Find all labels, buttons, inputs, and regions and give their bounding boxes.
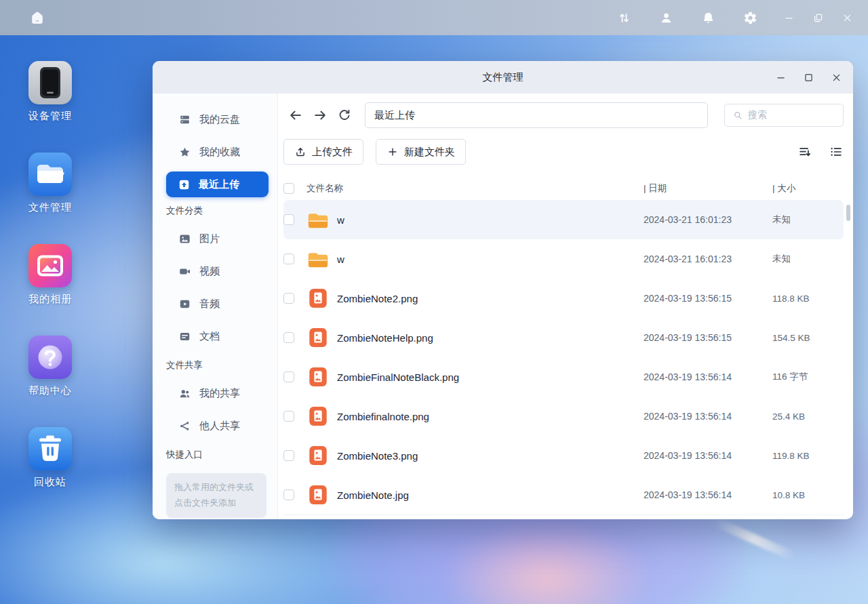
select-all-checkbox[interactable] bbox=[283, 183, 294, 194]
desktop-icon-file-manager[interactable]: 文件管理 bbox=[16, 153, 84, 244]
launcher-home-icon[interactable] bbox=[30, 9, 45, 26]
file-name: w bbox=[337, 254, 344, 265]
file-size: 116 字节 bbox=[772, 371, 844, 383]
scrollbar-thumb[interactable] bbox=[846, 205, 850, 221]
file-date: 2024-03-21 16:01:23 bbox=[644, 214, 772, 225]
window-close-button[interactable] bbox=[831, 72, 842, 83]
upload-file-button[interactable]: 上传文件 bbox=[283, 139, 363, 165]
row-checkbox[interactable] bbox=[283, 411, 294, 422]
sidebar-item-pictures[interactable]: 图片 bbox=[153, 222, 277, 255]
gear-icon[interactable] bbox=[743, 11, 757, 25]
desktop-minimize-icon[interactable] bbox=[783, 12, 795, 24]
desktop-icon-help-center[interactable]: 帮助中心 bbox=[16, 336, 84, 427]
new-folder-button[interactable]: 新建文件夹 bbox=[376, 139, 466, 165]
sidebar-item-audio[interactable]: 音频 bbox=[153, 287, 277, 320]
sidebar-item-videos[interactable]: 视频 bbox=[153, 255, 277, 287]
file-name: ZombieNote2.png bbox=[337, 293, 418, 304]
desktop-icon-device-manager[interactable]: 设备管理 bbox=[16, 61, 84, 153]
quick-entry-hint: 拖入常用的文件夹或 bbox=[174, 480, 258, 496]
file-size: 118.8 KB bbox=[772, 294, 844, 304]
window-titlebar[interactable]: 文件管理 bbox=[153, 61, 853, 94]
column-header-date[interactable]: | 日期 bbox=[644, 182, 772, 195]
sidebar-item-recent-uploads[interactable]: 最近上传 bbox=[166, 172, 269, 197]
transfer-icon[interactable] bbox=[617, 11, 631, 25]
file-row[interactable]: w2024-03-21 16:01:23未知 bbox=[283, 200, 844, 239]
sidebar-item-my-shares[interactable]: 我的共享 bbox=[153, 377, 277, 409]
window-title: 文件管理 bbox=[483, 71, 524, 84]
back-button[interactable] bbox=[288, 108, 303, 123]
refresh-button[interactable] bbox=[337, 108, 352, 123]
file-manager-icon bbox=[28, 153, 72, 196]
desktop-icon-label: 文件管理 bbox=[28, 201, 72, 214]
desktop-icon-recycle-bin[interactable]: 回收站 bbox=[16, 427, 84, 519]
window-body: 我的云盘我的收藏最近上传文件分类图片视频音频文档文件共享我的共享他人共享快捷入口… bbox=[153, 94, 853, 519]
column-header-name[interactable]: 文件名称 bbox=[307, 182, 644, 195]
desktop-icon-label: 帮助中心 bbox=[28, 384, 72, 397]
quick-entry-dropzone[interactable]: 拖入常用的文件夹或点击文件夹添加 bbox=[166, 473, 267, 518]
search-input[interactable]: 搜索 bbox=[724, 104, 844, 127]
row-checkbox[interactable] bbox=[283, 332, 294, 343]
bell-icon[interactable] bbox=[701, 11, 715, 25]
file-row[interactable]: ZombieFinalNoteBlack.png2024-03-19 13:56… bbox=[283, 357, 844, 397]
column-header-size[interactable]: | 大小 bbox=[772, 182, 844, 195]
sidebar-item-label: 最近上传 bbox=[199, 178, 239, 191]
desktop-close-icon[interactable] bbox=[842, 12, 853, 24]
window-minimize-button[interactable] bbox=[775, 72, 787, 83]
file-row[interactable]: Zombiefinalnote.png2024-03-19 13:56:1425… bbox=[283, 397, 844, 436]
sidebar-section-label: 文件共享 bbox=[153, 355, 277, 376]
desktop-icon-label: 设备管理 bbox=[28, 110, 72, 123]
file-size: 154.5 KB bbox=[772, 333, 844, 343]
upload-file-label: 上传文件 bbox=[312, 146, 353, 159]
sidebar-item-others-shares[interactable]: 他人共享 bbox=[153, 409, 277, 442]
file-row[interactable]: ZombieNote2.png2024-03-19 13:56:15118.8 … bbox=[283, 279, 844, 318]
row-checkbox[interactable] bbox=[283, 489, 294, 500]
file-row[interactable]: w2024-03-21 16:01:23未知 bbox=[283, 239, 844, 279]
user-icon[interactable] bbox=[659, 11, 673, 25]
window-maximize-button[interactable] bbox=[803, 72, 814, 83]
row-checkbox[interactable] bbox=[283, 371, 294, 382]
desktop-restore-icon[interactable] bbox=[812, 12, 824, 24]
recycle-bin-icon bbox=[28, 427, 72, 470]
sort-order-button[interactable] bbox=[797, 144, 812, 159]
sidebar-item-label: 他人共享 bbox=[199, 420, 240, 432]
plus-icon bbox=[387, 146, 399, 158]
address-value: 最近上传 bbox=[374, 109, 415, 122]
sidebar-item-label: 我的共享 bbox=[199, 387, 240, 400]
sidebar-item-documents[interactable]: 文档 bbox=[153, 320, 277, 353]
sidebar-item-my-cloud-drive[interactable]: 我的云盘 bbox=[153, 103, 277, 136]
search-icon bbox=[732, 110, 743, 121]
file-name: ZombieNoteHelp.png bbox=[337, 332, 433, 344]
file-date: 2024-03-21 16:01:23 bbox=[644, 254, 772, 264]
file-size: 未知 bbox=[772, 214, 844, 226]
share-icon bbox=[178, 420, 191, 432]
row-checkbox[interactable] bbox=[283, 293, 294, 304]
file-row[interactable]: ZombieNoteHelp.png2024-03-19 13:56:15154… bbox=[283, 318, 844, 357]
file-size: 10.8 KB bbox=[772, 490, 844, 500]
file-date: 2024-03-19 13:56:14 bbox=[644, 371, 772, 382]
search-placeholder: 搜索 bbox=[748, 109, 767, 121]
address-input[interactable]: 最近上传 bbox=[365, 102, 708, 128]
file-date: 2024-03-19 13:56:15 bbox=[644, 293, 772, 304]
forward-button[interactable] bbox=[313, 108, 328, 123]
desktop-icon-my-album[interactable]: 我的相册 bbox=[16, 244, 84, 336]
view-options bbox=[781, 144, 844, 159]
file-row[interactable]: ZombieNote3.png2024-03-19 13:56:14119.8 … bbox=[283, 436, 844, 475]
file-row[interactable]: ZombieNote.jpg2024-03-19 13:56:1410.8 KB bbox=[283, 475, 844, 515]
desktop-icon-label: 我的相册 bbox=[28, 293, 72, 306]
row-checkbox[interactable] bbox=[283, 450, 294, 461]
desktop-icon-column: 设备管理文件管理我的相册帮助中心回收站 bbox=[16, 61, 84, 519]
quick-entry-hint: 点击文件夹添加 bbox=[174, 496, 258, 511]
window-controls bbox=[759, 61, 842, 94]
sidebar-item-my-favorites[interactable]: 我的收藏 bbox=[153, 136, 277, 168]
sidebar-item-label: 音频 bbox=[199, 298, 220, 310]
document-icon bbox=[178, 330, 191, 343]
video-icon bbox=[178, 265, 191, 278]
list-view-button[interactable] bbox=[829, 144, 844, 159]
file-name: ZombieNote3.png bbox=[337, 450, 418, 462]
file-name: Zombiefinalnote.png bbox=[337, 411, 429, 422]
row-checkbox[interactable] bbox=[283, 254, 294, 264]
audio-icon bbox=[178, 298, 191, 310]
file-name: w bbox=[337, 214, 344, 226]
sidebar-item-label: 文档 bbox=[199, 330, 220, 343]
row-checkbox[interactable] bbox=[283, 214, 294, 225]
